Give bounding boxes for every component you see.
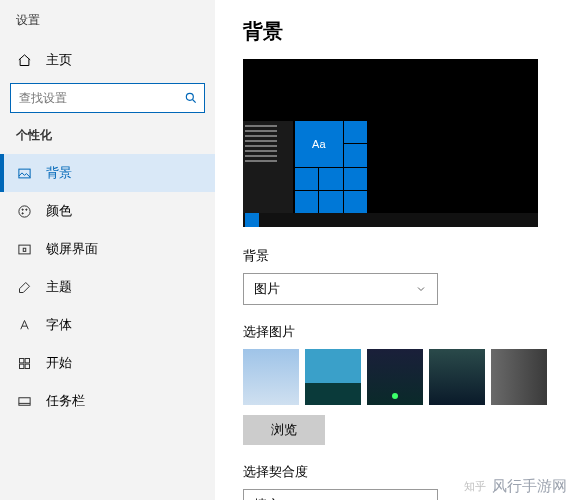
sidebar-item-lockscreen[interactable]: 锁屏界面: [0, 230, 215, 268]
sidebar-item-label: 开始: [46, 354, 72, 372]
preview-tile-aa: Aa: [295, 121, 343, 167]
sidebar-item-colors[interactable]: 颜色: [0, 192, 215, 230]
preview-tiles: Aa: [295, 121, 367, 213]
thumbnail-4[interactable]: [429, 349, 485, 405]
section-label: 个性化: [0, 127, 215, 154]
svg-point-2: [18, 205, 29, 216]
search-icon: [177, 91, 204, 105]
image-thumbnails: [243, 349, 575, 405]
watermark: 知乎 风行手游网: [464, 477, 567, 496]
svg-point-4: [25, 209, 26, 210]
watermark-zhihu: 知乎: [464, 479, 486, 494]
sidebar-item-start[interactable]: 开始: [0, 344, 215, 382]
fit-value: 填充: [254, 496, 280, 500]
svg-point-5: [22, 212, 23, 213]
svg-rect-11: [25, 364, 29, 368]
chevron-down-icon: [415, 283, 427, 295]
sidebar-nav: 背景 颜色 锁屏界面 主题: [0, 154, 215, 420]
palette-icon: [16, 203, 32, 219]
svg-rect-6: [18, 245, 29, 254]
fit-select[interactable]: 填充: [243, 489, 438, 500]
thumbnail-3[interactable]: [367, 349, 423, 405]
browse-button[interactable]: 浏览: [243, 415, 325, 445]
search-input[interactable]: [11, 91, 177, 105]
background-type-select[interactable]: 图片: [243, 273, 438, 305]
sidebar-item-background[interactable]: 背景: [0, 154, 215, 192]
thumbnail-5[interactable]: [491, 349, 547, 405]
home-label: 主页: [46, 51, 72, 69]
background-type-value: 图片: [254, 280, 280, 298]
window-title: 设置: [0, 12, 215, 43]
taskbar-icon: [16, 393, 32, 409]
sidebar-item-themes[interactable]: 主题: [0, 268, 215, 306]
sidebar-item-label: 任务栏: [46, 392, 85, 410]
search-box[interactable]: [10, 83, 205, 113]
svg-point-3: [22, 209, 23, 210]
thumbnail-2[interactable]: [305, 349, 361, 405]
svg-rect-9: [25, 358, 29, 362]
preview-start-menu: [243, 121, 293, 213]
home-link[interactable]: 主页: [0, 43, 215, 77]
svg-rect-10: [19, 364, 23, 368]
svg-rect-12: [18, 397, 29, 405]
watermark-brand: 风行手游网: [492, 477, 567, 496]
svg-rect-7: [23, 248, 26, 251]
preview-taskbar: [243, 213, 538, 227]
home-icon: [16, 52, 32, 68]
image-icon: [16, 165, 32, 181]
brush-icon: [16, 279, 32, 295]
sidebar-item-taskbar[interactable]: 任务栏: [0, 382, 215, 420]
svg-rect-8: [19, 358, 23, 362]
start-icon: [16, 355, 32, 371]
sidebar-item-label: 颜色: [46, 202, 72, 220]
desktop-preview: Aa: [243, 59, 538, 227]
lock-icon: [16, 241, 32, 257]
svg-point-0: [186, 93, 193, 100]
sidebar-item-label: 主题: [46, 278, 72, 296]
sidebar-item-label: 字体: [46, 316, 72, 334]
sidebar-item-label: 锁屏界面: [46, 240, 98, 258]
svg-rect-1: [18, 169, 29, 178]
thumbnail-1[interactable]: [243, 349, 299, 405]
page-title: 背景: [243, 18, 575, 45]
preview-start-button: [245, 213, 259, 227]
background-type-label: 背景: [243, 247, 575, 265]
font-icon: [16, 317, 32, 333]
sidebar-item-label: 背景: [46, 164, 72, 182]
sidebar-item-fonts[interactable]: 字体: [0, 306, 215, 344]
select-image-label: 选择图片: [243, 323, 575, 341]
